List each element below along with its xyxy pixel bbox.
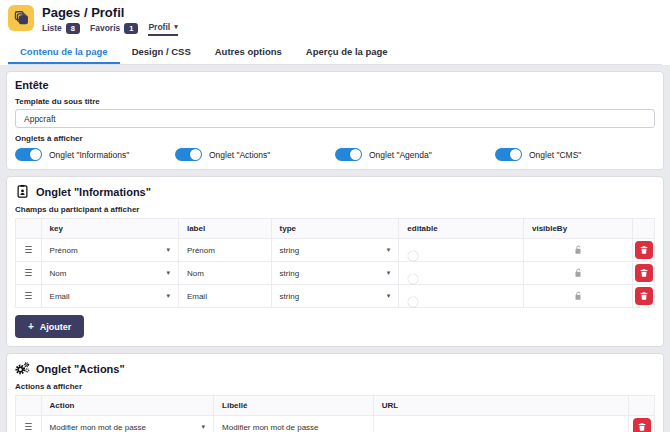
- delete-row-button[interactable]: [633, 418, 651, 432]
- chevron-down-icon: ▾: [387, 246, 391, 254]
- toggle-switch[interactable]: [175, 148, 202, 161]
- col-drag: [16, 219, 42, 239]
- chevron-down-icon: ▾: [174, 23, 178, 31]
- tab[interactable]: Design / CSS: [120, 40, 203, 64]
- key-select[interactable]: Nom ▾: [50, 269, 170, 278]
- toggle-label: Onglet "CMS": [529, 150, 581, 160]
- chevron-down-icon: ▾: [202, 423, 206, 431]
- key-select[interactable]: Email ▾: [50, 292, 170, 301]
- toggle-knob: [510, 149, 521, 160]
- chevron-down-icon: ▾: [166, 269, 170, 277]
- chevron-down-icon: ▾: [387, 292, 391, 300]
- tab-label: Autres options: [215, 46, 282, 57]
- subnav: Liste 8 Favoris 1 Profil ▾: [42, 22, 178, 36]
- add-row-button[interactable]: + Ajouter: [15, 315, 84, 338]
- plus-icon: +: [28, 321, 34, 332]
- informations-header-row: key label type editable visibleBy: [16, 219, 655, 239]
- chevron-down-icon: ▾: [166, 292, 170, 300]
- onglet-toggle-item: Onglet "Actions": [175, 148, 335, 161]
- key-select-value: Email: [50, 292, 70, 301]
- chevron-down-icon: ▾: [166, 246, 170, 254]
- drag-handle[interactable]: ☰: [24, 245, 32, 255]
- actions-card: Onglet "Actions" Actions à afficher Acti…: [6, 353, 664, 432]
- drag-handle[interactable]: ☰: [24, 291, 32, 301]
- tab[interactable]: Autres options: [203, 40, 294, 64]
- actions-title: Onglet "Actions": [36, 363, 125, 375]
- top-header: Pages / Profil Liste 8 Favoris 1: [0, 0, 670, 65]
- tab[interactable]: Aperçu de la page: [294, 40, 400, 64]
- table-row: ☰ Email ▾ Email string ▾: [16, 285, 655, 308]
- onglet-toggle-item: Onglet "CMS": [495, 148, 655, 161]
- col-key: key: [41, 219, 178, 239]
- add-button-label: Ajouter: [40, 322, 72, 332]
- subnav-item-label: Liste: [42, 23, 62, 33]
- tab[interactable]: Contenu de la page: [8, 40, 120, 64]
- drag-handle[interactable]: ☰: [24, 268, 32, 278]
- type-select-value: string: [280, 246, 300, 255]
- pages-icon: [12, 9, 30, 27]
- toggle-label: Onglet "Agenda": [369, 150, 432, 160]
- type-select-value: string: [280, 269, 300, 278]
- unlock-icon[interactable]: [573, 268, 583, 277]
- main-content: Entête Template du sous titre Onglets à …: [0, 65, 670, 432]
- page-title: Pages / Profil: [42, 5, 178, 20]
- chevron-down-icon: ▾: [387, 269, 391, 277]
- template-sous-titre-label: Template du sous titre: [15, 97, 655, 106]
- col-delete: [632, 219, 654, 239]
- unlock-icon[interactable]: [573, 291, 583, 300]
- onglet-toggle-item: Onglet "Informations": [15, 148, 175, 161]
- action-select[interactable]: Modifier mon mot de passe ▾: [50, 423, 206, 432]
- delete-row-button[interactable]: [635, 287, 653, 305]
- delete-row-button[interactable]: [635, 264, 653, 282]
- delete-row-button[interactable]: [635, 241, 653, 259]
- count-badge: 8: [66, 23, 80, 34]
- informations-table: key label type editable visibleBy ☰ Prén…: [15, 218, 655, 308]
- key-select-value: Prénom: [50, 246, 78, 255]
- toggle-switch[interactable]: [15, 148, 42, 161]
- toggle-knob: [408, 274, 418, 284]
- entete-title: Entête: [15, 79, 655, 91]
- type-select-value: string: [280, 292, 300, 301]
- col-delete: [629, 396, 655, 416]
- table-row: ☰ Prénom ▾ Prénom string ▾: [16, 239, 655, 262]
- libelle-value: Modifier mon mot de passe: [222, 423, 319, 432]
- subnav-item-label: Favoris: [90, 23, 120, 33]
- type-select[interactable]: string ▾: [280, 269, 391, 278]
- tab-label: Contenu de la page: [20, 46, 108, 57]
- col-libelle: Libellé: [214, 396, 374, 416]
- label-value: Nom: [187, 269, 204, 278]
- type-select[interactable]: string ▾: [280, 292, 391, 301]
- template-sous-titre-input[interactable]: [15, 109, 655, 128]
- toggle-label: Onglet "Actions": [209, 150, 270, 160]
- gears-icon: [15, 361, 30, 376]
- label-value: Email: [187, 292, 207, 301]
- key-select-value: Nom: [50, 269, 67, 278]
- action-select-value: Modifier mon mot de passe: [50, 423, 147, 432]
- id-badge-icon: [15, 184, 30, 199]
- app-icon: [8, 5, 34, 31]
- key-select[interactable]: Prénom ▾: [50, 246, 170, 255]
- tab-label: Design / CSS: [132, 46, 191, 57]
- drag-handle[interactable]: ☰: [24, 422, 32, 432]
- table-row: ☰ Modifier mon mot de passe ▾ Modifier m…: [16, 416, 655, 432]
- actions-header-row: Action Libellé URL: [16, 396, 655, 416]
- subnav-item-label: Profil: [148, 22, 170, 32]
- subnav-item[interactable]: Favoris 1: [90, 23, 138, 36]
- tab-bar: Contenu de la page Design / CSS Autres o…: [8, 40, 662, 65]
- toggle-knob: [190, 149, 201, 160]
- type-select[interactable]: string ▾: [280, 246, 391, 255]
- toggle-switch[interactable]: [495, 148, 522, 161]
- unlock-icon[interactable]: [573, 245, 583, 254]
- actions-a-afficher-label: Actions à afficher: [15, 382, 655, 391]
- count-badge: 1: [124, 23, 138, 34]
- toggle-switch[interactable]: [335, 148, 362, 161]
- subnav-item[interactable]: Liste 8: [42, 23, 80, 36]
- entete-card: Entête Template du sous titre Onglets à …: [6, 71, 664, 170]
- toggle-knob: [30, 149, 41, 160]
- col-editable: editable: [399, 219, 524, 239]
- col-label: label: [178, 219, 271, 239]
- subnav-item[interactable]: Profil ▾: [148, 22, 177, 36]
- label-value: Prénom: [187, 246, 215, 255]
- actions-table: Action Libellé URL ☰ Modifier mon mot de…: [15, 395, 655, 432]
- toggle-knob: [408, 297, 418, 307]
